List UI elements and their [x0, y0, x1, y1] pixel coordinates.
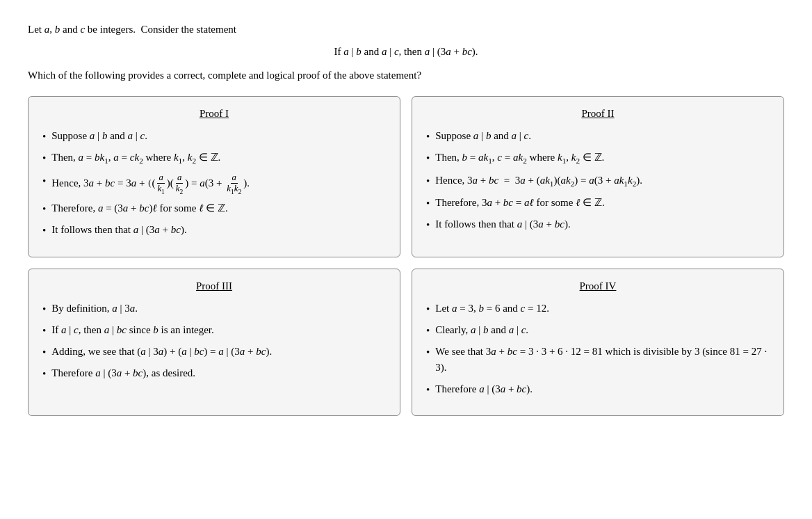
bullet-icon: •	[42, 323, 46, 339]
bullet-icon: •	[42, 301, 46, 317]
proof-box-4: Proof IV • Let a = 3, b = 6 and c = 12. …	[412, 269, 784, 416]
bullet-icon: •	[42, 173, 46, 189]
proof-4-list: • Let a = 3, b = 6 and c = 12. • Clearly…	[426, 301, 770, 398]
proof-4-item-4: • Therefore a | (3a + bc).	[426, 381, 770, 398]
proof-4-title: Proof IV	[426, 280, 770, 292]
proof-2-item-4: • Therefore, 3a + bc = aℓ for some ℓ ∈ ℤ…	[426, 195, 770, 211]
bullet-icon: •	[42, 201, 46, 217]
bullet-icon: •	[42, 366, 46, 382]
bullet-icon: •	[426, 323, 430, 339]
proof-box-2: Proof II • Suppose a | b and a | c. • Th…	[412, 96, 784, 257]
proof-2-item-3: • Hence, 3a + bc = 3a + (ak1)(ak2) = a(3…	[426, 173, 770, 190]
proof-3-title: Proof III	[42, 280, 386, 292]
proof-4-item-3: • We see that 3a + bc = 3 · 3 + 6 · 12 =…	[426, 344, 770, 376]
proof-3-item-1: • By definition, a | 3a.	[42, 301, 386, 317]
proof-1-item-5: • It follows then that a | (3a + bc).	[42, 222, 386, 239]
intro-line: Let a, b and c be integers. Consider the…	[28, 21, 784, 38]
bullet-icon: •	[426, 217, 430, 233]
bullet-icon: •	[42, 344, 46, 360]
question-text: Which of the following provides a correc…	[28, 67, 784, 83]
proof-2-list: • Suppose a | b and a | c. • Then, b = a…	[426, 128, 770, 234]
proof-4-item-2: • Clearly, a | b and a | c.	[426, 322, 770, 339]
proof-1-title: Proof I	[42, 108, 386, 120]
bullet-icon: •	[426, 344, 430, 360]
proof-3-item-3: • Adding, we see that (a | 3a) + (a | bc…	[42, 344, 386, 360]
proof-2-item-5: • It follows then that a | (3a + bc).	[426, 216, 770, 233]
proof-3-item-2: • If a | c, then a | bc since b is an in…	[42, 322, 386, 339]
proofs-grid: Proof I • Suppose a | b and a | c. • The…	[28, 96, 784, 416]
proof-2-title: Proof II	[426, 108, 770, 120]
proof-2-item-1: • Suppose a | b and a | c.	[426, 128, 770, 145]
proof-1-item-2: • Then, a = bk1, a = ck2 where k1, k2 ∈ …	[42, 150, 386, 167]
proof-4-item-1: • Let a = 3, b = 6 and c = 12.	[426, 301, 770, 317]
bullet-icon: •	[42, 129, 46, 145]
bullet-icon: •	[426, 301, 430, 317]
bullet-icon: •	[426, 173, 430, 189]
proof-1-item-3: • Hence, 3a + bc = 3a + ((ak1)(ak2) = a(…	[42, 173, 386, 195]
main-statement: If a | b and a | c, then a | (3a + bc).	[28, 43, 784, 60]
bullet-icon: •	[426, 150, 430, 166]
proof-1-list: • Suppose a | b and a | c. • Then, a = b…	[42, 128, 386, 239]
proof-3-list: • By definition, a | 3a. • If a | c, the…	[42, 301, 386, 383]
bullet-icon: •	[42, 150, 46, 166]
bullet-icon: •	[426, 129, 430, 145]
proof-1-item-1: • Suppose a | b and a | c.	[42, 128, 386, 145]
proof-2-item-2: • Then, b = ak1, c = ak2 where k1, k2 ∈ …	[426, 150, 770, 167]
proof-box-1: Proof I • Suppose a | b and a | c. • The…	[28, 96, 400, 257]
proof-3-item-4: • Therefore a | (3a + bc), as desired.	[42, 365, 386, 382]
proof-1-item-4: • Therefore, a = (3a + bc)ℓ for some ℓ ∈…	[42, 200, 386, 217]
bullet-icon: •	[426, 382, 430, 398]
bullet-icon: •	[42, 223, 46, 239]
proof-box-3: Proof III • By definition, a | 3a. • If …	[28, 269, 400, 416]
bullet-icon: •	[426, 195, 430, 211]
